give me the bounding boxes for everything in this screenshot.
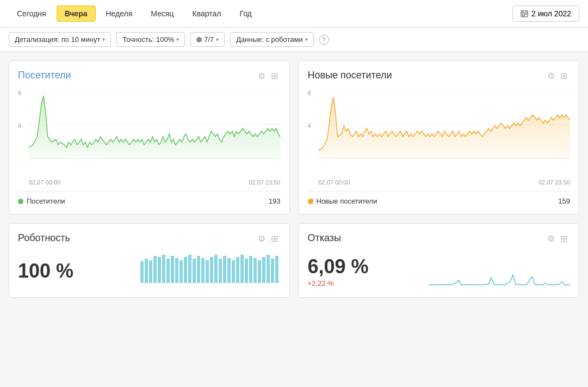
detail-chevron-icon: ▾ (102, 36, 105, 42)
tab-year[interactable]: Год (231, 5, 259, 22)
robotness-value-block: 100 % (18, 256, 73, 282)
svg-rect-24 (180, 260, 183, 283)
detail-label: Детализация: по 10 минут (15, 35, 100, 44)
visitors-title: Посетители (18, 70, 258, 81)
data-chevron-icon: ▾ (305, 36, 308, 42)
rejections-card-header: Отказы ⚙ ⊞ (308, 232, 571, 244)
svg-rect-21 (166, 259, 170, 283)
robotness-value: 100 % (18, 260, 73, 282)
svg-rect-31 (210, 257, 213, 283)
accuracy-chevron-icon: ▾ (176, 36, 179, 42)
robotness-grid-icon[interactable]: ⊞ (271, 234, 281, 243)
tab-today[interactable]: Сегодня (9, 5, 54, 22)
rejections-value: 6,09 % (308, 255, 369, 278)
filter-bar: Детализация: по 10 минут ▾ Точность: 100… (0, 28, 588, 52)
detail-filter[interactable]: Детализация: по 10 минут ▾ (9, 32, 111, 47)
visitors-card-header: Посетители ⚙ ⊞ (18, 70, 281, 81)
rejections-grid-icon[interactable]: ⊞ (560, 234, 570, 243)
accuracy-filter[interactable]: Точность: 100% ▾ (116, 32, 185, 47)
rejections-mini-chart-area (369, 250, 570, 288)
rejections-card-body: 6,09 % +2,22 % (308, 250, 571, 288)
new-visitors-x-start: 02.07 00:00 (319, 179, 350, 186)
svg-rect-34 (223, 256, 226, 283)
new-visitors-line-chart (319, 88, 571, 164)
new-visitors-legend-left: Новые посетители (308, 197, 377, 205)
robotness-mini-chart-area (73, 250, 280, 288)
visitors-legend-left: Посетители (18, 197, 65, 205)
data-filter-label: Данные: с роботами (236, 35, 302, 44)
visitors-chart-area: 8 4 (18, 88, 281, 175)
accuracy-label: Точность: 100% (122, 35, 174, 44)
svg-rect-15 (140, 261, 144, 283)
new-visitors-legend-label: Новые посетители (317, 197, 377, 205)
new-visitors-y-mid: 4 (308, 122, 311, 129)
svg-rect-6 (525, 14, 527, 15)
visitors-divider (18, 191, 281, 192)
robotness-mini-chart (139, 250, 281, 288)
visitors-x-start: 02.07 00:00 (29, 179, 60, 186)
robotness-card-body: 100 % (18, 250, 281, 288)
svg-rect-33 (219, 259, 222, 283)
calendar-icon (521, 10, 528, 17)
visitors-grid-icon[interactable]: ⊞ (271, 71, 281, 81)
robotness-title: Роботность (18, 232, 258, 244)
tab-week[interactable]: Неделя (98, 5, 141, 22)
visitors-legend-dot (18, 199, 23, 204)
svg-rect-17 (149, 260, 152, 283)
svg-rect-22 (171, 256, 174, 283)
new-visitors-count: 159 (558, 197, 570, 205)
sessions-filter[interactable]: 7/7 ▾ (190, 32, 225, 47)
rejections-card: Отказы ⚙ ⊞ 6,09 % +2,22 % (299, 223, 580, 298)
svg-rect-28 (197, 256, 200, 283)
svg-rect-19 (158, 257, 161, 283)
svg-rect-40 (249, 256, 252, 283)
svg-rect-38 (240, 255, 244, 283)
svg-rect-45 (271, 259, 274, 283)
rejections-gear-icon[interactable]: ⚙ (547, 234, 557, 243)
rejections-title: Отказы (308, 232, 548, 244)
svg-rect-43 (262, 257, 265, 283)
visitors-gear-icon[interactable]: ⚙ (258, 71, 268, 81)
svg-rect-16 (145, 259, 148, 283)
new-visitors-legend: Новые посетители 159 (308, 197, 571, 205)
new-visitors-card: Новые посетители ⚙ ⊞ 8 4 (299, 60, 580, 214)
visitors-legend-label: Посетители (27, 197, 65, 205)
svg-rect-25 (184, 257, 187, 283)
svg-rect-8 (524, 15, 525, 16)
svg-rect-18 (153, 256, 157, 283)
date-picker-button[interactable]: 2 июл 2022 (512, 5, 579, 22)
new-visitors-gear-icon[interactable]: ⚙ (547, 71, 557, 81)
sessions-chevron-icon: ▾ (216, 36, 219, 42)
visitors-card: Посетители ⚙ ⊞ 8 4 (9, 60, 290, 214)
new-visitors-x-end: 02.07 23:50 (539, 179, 570, 186)
date-label: 2 июл 2022 (531, 9, 571, 18)
rejections-value-block: 6,09 % +2,22 % (308, 252, 369, 287)
visitors-line-chart (29, 88, 281, 164)
visitors-card-icons: ⚙ ⊞ (258, 71, 281, 81)
new-visitors-x-labels: 02.07 00:00 02.07 23:50 (308, 179, 571, 186)
new-visitors-y-max: 8 (308, 90, 311, 96)
sessions-label: 7/7 (204, 35, 214, 44)
robotness-card-icons: ⚙ ⊞ (258, 234, 281, 243)
tab-yesterday[interactable]: Вчера (57, 5, 96, 22)
new-visitors-grid-icon[interactable]: ⊞ (560, 71, 570, 81)
svg-rect-44 (267, 255, 270, 283)
svg-rect-4 (522, 14, 523, 15)
svg-rect-41 (253, 258, 257, 283)
svg-rect-5 (524, 14, 525, 15)
sessions-dot-icon (196, 37, 202, 42)
robotness-card-header: Роботность ⚙ ⊞ (18, 232, 281, 244)
data-filter[interactable]: Данные: с роботами ▾ (230, 32, 313, 47)
visitors-count: 193 (269, 197, 281, 205)
visitors-y-mid: 4 (18, 122, 21, 129)
top-bar: Сегодня Вчера Неделя Месяц Квартал Год 2… (0, 0, 588, 28)
svg-rect-30 (206, 260, 209, 283)
svg-rect-35 (227, 258, 231, 283)
rejections-delta: +2,22 % (308, 279, 369, 287)
help-icon[interactable]: ? (319, 35, 329, 45)
tab-month[interactable]: Месяц (143, 5, 182, 22)
tab-quarter[interactable]: Квартал (184, 5, 230, 22)
robotness-gear-icon[interactable]: ⚙ (258, 234, 268, 243)
svg-rect-27 (193, 259, 196, 283)
new-visitors-card-icons: ⚙ ⊞ (547, 71, 570, 81)
